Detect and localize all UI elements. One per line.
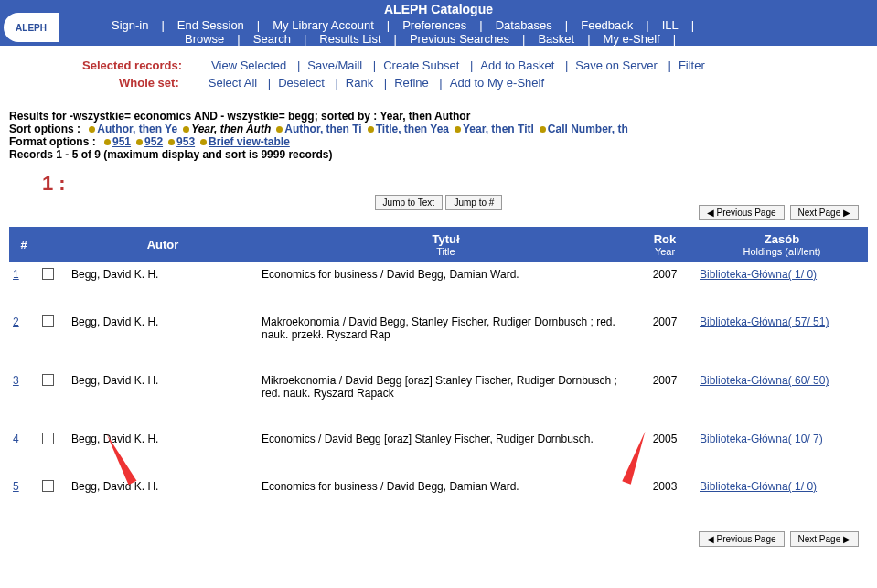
row-title: Mikroekonomia / David Begg [oraz] Stanle… — [258, 369, 634, 407]
col-title: Tytuł Title — [258, 227, 634, 262]
row-holdings-link[interactable]: Biblioteka-Główna( 1/ 0) — [700, 480, 817, 493]
prev-page-button-bottom[interactable]: ◀ Previous Page — [699, 531, 785, 547]
sort-option: Year, then Auth — [191, 123, 271, 135]
menu-results-list[interactable]: Results List — [306, 32, 393, 46]
col-author: Autor — [68, 227, 258, 262]
action-rank[interactable]: Rank — [338, 76, 380, 90]
sort-option[interactable]: Title, then Yea — [376, 123, 449, 135]
menu-previous-searches[interactable]: Previous Searches — [397, 32, 522, 46]
row-number-link[interactable]: 2 — [13, 315, 19, 328]
sort-options-label: Sort options : — [9, 123, 80, 135]
menu-preferences[interactable]: Preferences — [390, 18, 479, 32]
sort-option[interactable]: Year, then Titl — [463, 123, 534, 135]
app-title: ALEPH Catalogue — [0, 0, 877, 18]
action-deselect[interactable]: Deselect — [271, 76, 332, 90]
row-year: 2007 — [634, 369, 696, 407]
row-holdings-link[interactable]: Biblioteka-Główna( 60/ 50) — [700, 374, 829, 387]
whole-set-label: Whole set: — [119, 76, 179, 90]
format-options-label: Format options : — [9, 135, 96, 148]
row-title: Economics for business / David Begg, Dam… — [258, 262, 634, 290]
jump-to-number-button[interactable]: Jump to # — [445, 195, 502, 210]
row-checkbox[interactable] — [42, 315, 54, 327]
next-page-button-bottom[interactable]: Next Page ▶ — [790, 531, 859, 547]
menu-basket[interactable]: Basket — [525, 32, 587, 46]
col-holdings: Zasób Holdings (all/lent) — [696, 227, 868, 262]
row-author: Begg, David K. H. — [68, 475, 258, 502]
format-option[interactable]: 951 — [112, 135, 131, 148]
query-summary: Results for -wszystkie= economics AND - … — [9, 110, 868, 123]
row-holdings-link[interactable]: Biblioteka-Główna( 10/ 7) — [700, 433, 823, 445]
selected-records-label: Selected records: — [82, 59, 182, 72]
row-year: 2007 — [634, 262, 696, 290]
row-title: Economics / David Begg [oraz] Stanley Fi… — [258, 427, 634, 454]
row-title: Makroekonomia / David Begg, Stanley Fisc… — [258, 310, 634, 348]
col-check — [38, 227, 68, 262]
col-year: Rok Year — [634, 227, 696, 262]
row-year: 2003 — [634, 475, 696, 502]
row-author: Begg, David K. H. — [68, 262, 258, 290]
action-save-maill[interactable]: Save/Maill — [300, 59, 369, 72]
page-index: 1 : — [42, 172, 868, 196]
jump-to-text-button[interactable]: Jump to Text — [375, 195, 444, 210]
row-number-link[interactable]: 1 — [13, 268, 19, 281]
col-num: # — [9, 227, 38, 262]
format-option[interactable]: Brief view-table — [209, 135, 290, 148]
menu-feedback[interactable]: Feedback — [568, 18, 646, 32]
table-row: 1Begg, David K. H.Economics for business… — [9, 262, 868, 290]
row-title: Economics for business / David Begg, Dam… — [258, 475, 634, 502]
sort-option[interactable]: Author, then Ye — [97, 123, 177, 135]
format-option[interactable]: 952 — [144, 135, 163, 148]
menu-end-session[interactable]: End Session — [165, 18, 257, 32]
action-create-subset[interactable]: Create Subset — [376, 59, 466, 72]
row-year: 2007 — [634, 310, 696, 348]
results-table: # Autor Tytuł Title Rok Year Zasób Holdi… — [9, 227, 868, 522]
menu-databases[interactable]: Databases — [483, 18, 565, 32]
logo: ALEPH — [4, 13, 59, 42]
row-checkbox[interactable] — [42, 268, 54, 280]
row-holdings-link[interactable]: Biblioteka-Główna( 1/ 0) — [700, 268, 817, 281]
row-number-link[interactable]: 3 — [13, 374, 19, 387]
sort-option[interactable]: Author, then Ti — [284, 123, 361, 135]
prev-page-button[interactable]: ◀ Previous Page — [699, 205, 785, 220]
row-number-link[interactable]: 4 — [13, 433, 19, 445]
action-add-to-basket[interactable]: Add to Basket — [473, 59, 561, 72]
row-author: Begg, David K. H. — [68, 427, 258, 454]
row-holdings-link[interactable]: Biblioteka-Główna( 57/ 51) — [700, 315, 829, 328]
table-row: 3Begg, David K. H.Mikroekonomia / David … — [9, 369, 868, 407]
menu-my-library-account[interactable]: My Library Account — [260, 18, 387, 32]
action-refine[interactable]: Refine — [387, 76, 436, 90]
records-count: Records 1 - 5 of 9 (maximum display and … — [9, 148, 868, 161]
row-author: Begg, David K. H. — [68, 369, 258, 407]
action-filter[interactable]: Filter — [671, 59, 712, 72]
menu-my-e-shelf[interactable]: My e-Shelf — [591, 32, 673, 46]
format-option[interactable]: 953 — [176, 135, 195, 148]
action-view-selected[interactable]: View Selected — [204, 59, 294, 72]
table-row: 2Begg, David K. H.Makroekonomia / David … — [9, 310, 868, 348]
row-number-link[interactable]: 5 — [13, 480, 19, 493]
action-add-to-my-e-shelf[interactable]: Add to My e-Shelf — [443, 76, 551, 90]
table-row: 5Begg, David K. H.Economics for business… — [9, 475, 868, 502]
menu-browse[interactable]: Browse — [172, 32, 237, 46]
action-select-all[interactable]: Select All — [201, 76, 264, 90]
table-row: 4Begg, David K. H.Economics / David Begg… — [9, 427, 868, 454]
action-save-on-server[interactable]: Save on Server — [568, 59, 665, 72]
menu-sign-in[interactable]: Sign-in — [99, 18, 161, 32]
row-checkbox[interactable] — [42, 480, 54, 492]
sort-option[interactable]: Call Number, th — [548, 123, 628, 135]
menu-ill[interactable]: ILL — [649, 18, 691, 32]
row-checkbox[interactable] — [42, 433, 54, 444]
menu-search[interactable]: Search — [241, 32, 304, 46]
row-checkbox[interactable] — [42, 374, 54, 386]
next-page-button[interactable]: Next Page ▶ — [790, 205, 859, 220]
row-author: Begg, David K. H. — [68, 310, 258, 348]
